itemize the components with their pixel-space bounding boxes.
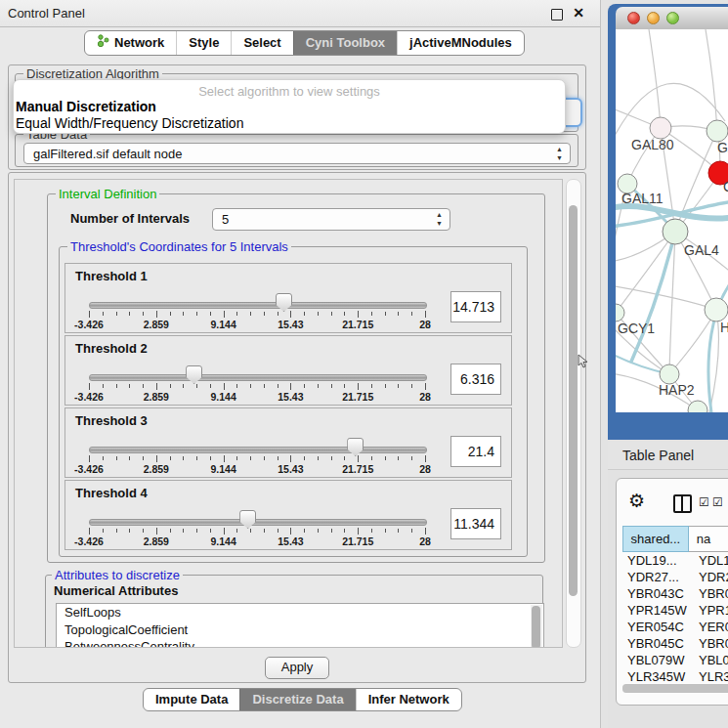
threshold-4-value-field[interactable]: 11.344 (450, 508, 501, 539)
numerical-attributes-list[interactable]: SelfLoopsTopologicalCoefficientBetweenne… (56, 603, 544, 648)
table-cell[interactable]: YPR1 (692, 602, 728, 619)
checkbox-icon[interactable]: ☑ (712, 496, 723, 508)
table-cell[interactable]: YLR345W (622, 668, 692, 685)
slider-handle[interactable] (276, 293, 292, 312)
minimize-traffic-light[interactable] (647, 12, 660, 24)
tick-mark (103, 456, 104, 460)
tick-mark (344, 529, 345, 533)
tick-mark (143, 456, 144, 460)
tick-mark (411, 529, 412, 533)
tick-mark (210, 529, 211, 533)
tick-mark (278, 384, 278, 388)
tick-label: 21.715 (342, 535, 373, 547)
table-cell[interactable]: YBL079W (622, 652, 692, 668)
tab-select[interactable]: Select (231, 31, 292, 55)
table-cell[interactable]: YER054C (622, 619, 692, 635)
table-cell[interactable]: YBR0 (692, 585, 728, 602)
table-cell[interactable]: YBR045C (622, 635, 692, 652)
table-panel-card: ⚙ ☑ ☑ shared... na YDL19...YDL1YDR27...Y… (616, 478, 728, 706)
network-node-label: H (720, 320, 728, 335)
table-cell[interactable]: YBR0 (692, 635, 728, 652)
tab-network[interactable]: Network (85, 31, 176, 55)
table-cell[interactable]: YBR043C (622, 585, 692, 602)
dropdown-option-manual[interactable]: Manual Discretization (14, 99, 565, 115)
tick-mark (318, 529, 319, 533)
threshold-1-value-field[interactable]: 14.713 (450, 291, 501, 322)
float-window-icon[interactable] (551, 9, 563, 21)
network-node[interactable] (663, 219, 688, 244)
network-edge (706, 29, 717, 131)
threshold-1-slider[interactable]: -3.4262.8599.14415.4321.71528 (89, 291, 427, 330)
attribute-list-item[interactable]: SelfLoops (57, 604, 543, 621)
table-data-combobox[interactable]: galFiltered.sif default node ▲▼ (23, 143, 571, 164)
split-view-icon[interactable] (673, 494, 692, 513)
table-row[interactable]: YDL19...YDL1 (622, 552, 728, 569)
network-node[interactable] (705, 298, 728, 321)
apply-button[interactable]: Apply (265, 657, 329, 679)
number-of-intervals-combobox[interactable]: 5 ▲▼ (212, 208, 450, 231)
table-cell[interactable]: YDR2 (692, 569, 728, 585)
tick-mark (129, 456, 130, 460)
tick-mark (196, 456, 197, 460)
tick-mark (89, 455, 90, 462)
slider-handle[interactable] (347, 438, 364, 456)
dropdown-option-equal-width[interactable]: Equal Width/Frequency Discretization (14, 115, 565, 132)
network-node-label: GAL4 (684, 242, 719, 258)
close-traffic-light[interactable] (627, 12, 640, 24)
column-header-shared[interactable]: shared... (622, 526, 689, 552)
network-edge (616, 285, 716, 310)
table-row[interactable]: YBR045CYBR0 (622, 635, 728, 652)
tick-mark (358, 383, 359, 390)
attribute-list-item[interactable]: TopologicalCoefficient (57, 621, 543, 639)
table-cell[interactable]: YDL1 (692, 552, 728, 569)
slider-track[interactable] (89, 302, 427, 309)
tick-label: 21.715 (342, 319, 373, 330)
tab-infer-network[interactable]: Infer Network (356, 689, 461, 710)
table-horizontal-scrollbar[interactable] (622, 684, 728, 693)
table-row[interactable]: YLR345WYLR3 (622, 668, 728, 685)
threshold-4-slider[interactable]: -3.4262.8599.14415.4321.71528 (89, 508, 427, 547)
attribute-list-item[interactable]: BetweennessCentrality (57, 638, 543, 648)
tick-label: 28 (419, 463, 431, 475)
table-row[interactable]: YBL079WYBL0 (622, 652, 728, 668)
table-cell[interactable]: YDL19... (622, 552, 692, 569)
table-cell[interactable]: YER0 (692, 619, 728, 635)
threshold-2-value-field[interactable]: 6.316 (450, 364, 501, 395)
network-node[interactable] (660, 364, 679, 384)
slider-handle[interactable] (186, 365, 202, 384)
tab-cyni-toolbox[interactable]: Cyni Toolbox (293, 31, 397, 55)
zoom-traffic-light[interactable] (666, 12, 679, 24)
slider-handle[interactable] (239, 510, 256, 529)
tab-jactivemnodules[interactable]: jActiveMNodules (397, 31, 524, 55)
tick-mark (304, 529, 305, 533)
network-node[interactable] (707, 120, 728, 142)
table-row[interactable]: YER054CYER0 (622, 619, 728, 635)
tab-style[interactable]: Style (176, 31, 231, 55)
table-cell[interactable]: YLR3 (692, 668, 728, 685)
table-cell[interactable]: YPR145W (622, 602, 692, 619)
slider-track[interactable] (89, 519, 427, 526)
network-node[interactable] (616, 304, 624, 321)
table-cell[interactable]: YBL0 (692, 652, 728, 668)
table-row[interactable]: YPR145WYPR1 (622, 602, 728, 619)
table-cell[interactable]: YDR27... (622, 569, 692, 585)
table-row[interactable]: YDR27...YDR2 (622, 569, 728, 585)
slider-track[interactable] (89, 374, 427, 381)
tick-mark (156, 455, 157, 462)
network-node[interactable] (650, 117, 671, 139)
threshold-3-value-field[interactable]: 21.4 (450, 436, 501, 467)
threshold-3-slider[interactable]: -3.4262.8599.14415.4321.71528 (89, 436, 427, 475)
threshold-2-slider[interactable]: -3.4262.8599.14415.4321.71528 (89, 364, 427, 403)
table-row[interactable]: YBR043CYBR0 (622, 585, 728, 602)
settings-vertical-scrollbar[interactable] (566, 179, 581, 648)
network-canvas[interactable]: GAL80GAGGAL11GAL4GCY1HHAP2 (616, 29, 728, 412)
gear-icon[interactable]: ⚙ (628, 492, 645, 510)
close-icon[interactable]: ✕ (573, 5, 584, 21)
tab-impute-data[interactable]: Impute Data (144, 689, 239, 710)
column-header-name[interactable]: na (689, 526, 728, 552)
tick-label: 28 (419, 319, 431, 330)
checkbox-icon[interactable]: ☑ (699, 496, 709, 508)
slider-track[interactable] (89, 447, 427, 453)
tab-discretize-data[interactable]: Discretize Data (239, 689, 355, 710)
list-scrollbar[interactable] (531, 605, 542, 648)
